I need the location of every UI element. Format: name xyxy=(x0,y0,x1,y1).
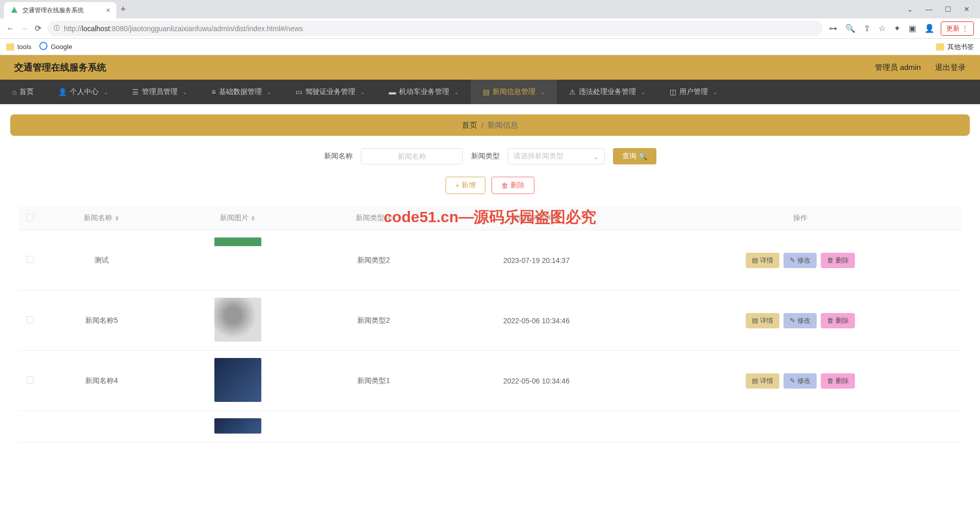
cell-type: 新闻类型2 xyxy=(313,230,434,291)
edit-button[interactable]: ✎ 修改 xyxy=(783,373,817,389)
row-checkbox[interactable] xyxy=(27,376,34,384)
google-icon xyxy=(39,42,47,52)
cell-type: 新闻类型1 xyxy=(313,351,434,411)
edit-button[interactable]: ✎ 修改 xyxy=(783,313,817,328)
chevron-down-icon: ⌄ xyxy=(183,89,187,95)
detail-button[interactable]: ▤ 详情 xyxy=(746,253,779,268)
chevron-down-icon: ⌄ xyxy=(360,89,364,95)
row-delete-button[interactable]: 🗑 删除 xyxy=(821,373,855,389)
tab-title: 交通管理在线服务系统 xyxy=(22,6,102,15)
select-all-checkbox[interactable] xyxy=(27,214,34,221)
edit-icon: ✎ xyxy=(790,256,795,264)
profile-icon[interactable]: 👤 xyxy=(924,23,935,33)
extensions-icon[interactable]: ✦ xyxy=(894,23,900,33)
close-tab-icon[interactable]: × xyxy=(106,6,110,14)
doc-icon: ▤ xyxy=(752,317,758,324)
reload-button[interactable]: ⟳ xyxy=(35,23,41,33)
thumbnail[interactable] xyxy=(214,237,261,281)
col-image[interactable]: 新闻图片▲▼ xyxy=(162,206,313,230)
delete-button[interactable]: 🗑 删除 xyxy=(492,177,534,194)
menu-vehicle[interactable]: ▬ 机动车业务管理 ⌄ xyxy=(377,80,471,104)
update-button[interactable]: 更新⋮ xyxy=(941,21,974,36)
bookmark-star-icon[interactable]: ☆ xyxy=(878,23,886,33)
site-info-icon[interactable]: ⓘ xyxy=(54,24,60,33)
maximize-icon[interactable]: ☐ xyxy=(945,5,951,13)
row-delete-button[interactable]: 🗑 删除 xyxy=(821,253,855,268)
zoom-icon[interactable]: 🔍 xyxy=(845,23,855,33)
col-op: 操作 xyxy=(639,206,962,230)
cell-time: 2022-05-06 10:34:46 xyxy=(434,351,639,411)
warning-icon: ⚠ xyxy=(569,88,576,96)
nav-menu: ⌂ 首页 👤 个人中心 ⌄ ☰ 管理员管理 ⌄ ≡ 基础数据管理 ⌄ ▭ 驾驶证… xyxy=(0,80,980,104)
menu-news[interactable]: ▤ 新闻信息管理 ⌄ xyxy=(471,80,557,104)
search-icon: 🔍 xyxy=(639,152,647,160)
close-window-icon[interactable]: ✕ xyxy=(964,5,970,13)
sort-icon: ▲▼ xyxy=(386,215,391,221)
col-type[interactable]: 新闻类型▲▼ xyxy=(313,206,434,230)
new-tab-button[interactable]: + xyxy=(120,4,126,15)
edit-button[interactable]: ✎ 修改 xyxy=(783,253,817,268)
table-row xyxy=(18,411,962,443)
forward-button[interactable]: → xyxy=(20,24,29,33)
breadcrumb: 首页 / 新闻信息 xyxy=(10,114,970,136)
row-checkbox[interactable] xyxy=(27,256,34,263)
edit-icon: ✎ xyxy=(790,377,795,385)
cell-name: 新闻名称4 xyxy=(41,351,162,411)
col-time[interactable]: 新闻发布时间▲▼ xyxy=(434,206,639,230)
menu-basedata[interactable]: ≡ 基础数据管理 ⌄ xyxy=(199,80,283,104)
card-icon: ▭ xyxy=(296,88,302,96)
thumbnail[interactable] xyxy=(214,358,261,402)
trash-icon: 🗑 xyxy=(827,256,834,264)
home-icon: ⌂ xyxy=(12,88,16,96)
chevron-down-icon: ⌄ xyxy=(593,152,599,161)
list-icon: ☰ xyxy=(132,88,139,96)
menu-user[interactable]: ◫ 用户管理 ⌄ xyxy=(657,80,729,104)
thumbnail[interactable] xyxy=(214,418,261,434)
browser-toolbar: ← → ⟳ ⓘ http://localhost:8080/jiaotonggu… xyxy=(0,18,980,39)
bookmark-tools[interactable]: tools xyxy=(6,43,31,51)
detail-button[interactable]: ▤ 详情 xyxy=(746,373,779,389)
svg-point-0 xyxy=(40,42,47,50)
address-bar[interactable]: ⓘ http://localhost:8080/jiaotongguanliza… xyxy=(47,21,823,36)
detail-button[interactable]: ▤ 详情 xyxy=(746,313,779,328)
menu-personal[interactable]: 👤 个人中心 ⌄ xyxy=(46,80,120,104)
menu-license[interactable]: ▭ 驾驶证业务管理 ⌄ xyxy=(283,80,377,104)
back-button[interactable]: ← xyxy=(6,24,14,33)
search-type-select[interactable]: 请选择新闻类型 ⌄ xyxy=(508,148,605,164)
chevron-down-icon: ⌄ xyxy=(104,89,108,95)
action-buttons: + 新增 🗑 删除 xyxy=(0,177,980,206)
row-delete-button[interactable]: 🗑 删除 xyxy=(821,313,855,328)
query-button[interactable]: 查询 🔍 xyxy=(613,148,656,164)
key-icon[interactable]: ⊶ xyxy=(829,23,837,33)
add-button[interactable]: + 新增 xyxy=(446,177,485,194)
window-dropdown-icon[interactable]: ⌄ xyxy=(907,5,913,13)
search-name-input[interactable] xyxy=(361,148,463,164)
col-name[interactable]: 新闻名称▲▼ xyxy=(41,206,162,230)
bookmark-google[interactable]: Google xyxy=(39,42,72,52)
database-icon: ≡ xyxy=(211,88,215,96)
cell-time: 2022-05-06 10:34:46 xyxy=(434,291,639,351)
menu-violation[interactable]: ⚠ 违法处理业务管理 ⌄ xyxy=(557,80,657,104)
edit-icon: ✎ xyxy=(790,317,795,324)
panel-icon[interactable]: ▣ xyxy=(909,23,916,33)
breadcrumb-separator: / xyxy=(481,121,483,130)
folder-icon xyxy=(936,43,944,51)
menu-home[interactable]: ⌂ 首页 xyxy=(0,80,46,104)
thumbnail[interactable] xyxy=(214,298,261,342)
breadcrumb-home[interactable]: 首页 xyxy=(462,121,477,130)
row-checkbox[interactable] xyxy=(27,316,34,323)
menu-admin[interactable]: ☰ 管理员管理 ⌄ xyxy=(120,80,199,104)
logout-link[interactable]: 退出登录 xyxy=(935,63,966,73)
share-icon[interactable]: ⇪ xyxy=(864,23,870,33)
sort-icon: ▲▼ xyxy=(556,215,561,221)
bookmark-other[interactable]: 其他书签 xyxy=(936,42,974,52)
admin-label[interactable]: 管理员 admin xyxy=(875,63,921,73)
search-area: 新闻名称 🔍 新闻类型 请选择新闻类型 ⌄ 查询 🔍 xyxy=(0,146,980,177)
cell-image xyxy=(162,291,313,351)
minimize-icon[interactable]: — xyxy=(925,5,933,13)
cell-type: 新闻类型2 xyxy=(313,291,434,351)
sort-icon: ▲▼ xyxy=(114,215,119,221)
chevron-down-icon: ⌄ xyxy=(454,89,458,95)
browser-tab[interactable]: 交通管理在线服务系统 × xyxy=(4,2,116,18)
app-header: 交通管理在线服务系统 管理员 admin 退出登录 xyxy=(0,55,980,80)
